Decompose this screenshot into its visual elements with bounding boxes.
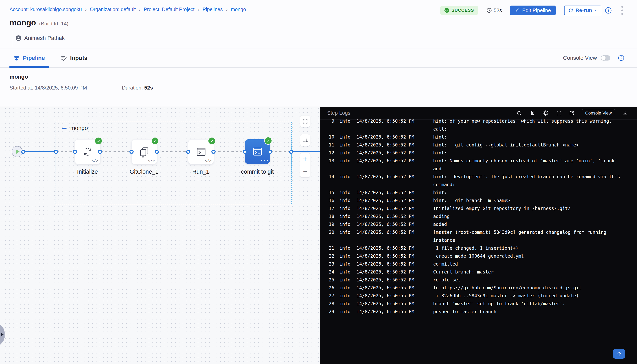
- git-remote-link[interactable]: https://github.com/Sonichigo/economy-dis…: [442, 285, 582, 290]
- log-ts: 14/8/2025, 6:50:52 PM: [356, 196, 428, 204]
- log-line: 25info14/8/2025, 6:50:52 PMremote set: [326, 276, 626, 284]
- log-ln: 28: [326, 300, 334, 308]
- canvas-fullscreen-button[interactable]: [300, 116, 310, 127]
- status-badge: SUCCESS: [440, 6, 478, 15]
- step-label-run: Run_1: [178, 168, 223, 175]
- breadcrumb-pipeline-name[interactable]: mongo: [231, 6, 246, 12]
- log-msg: create mode 100644 generated.yml: [433, 252, 626, 260]
- log-lvl: info: [340, 149, 351, 157]
- scroll-to-top-button[interactable]: [613, 349, 625, 359]
- elapsed-time-value: 52s: [494, 7, 502, 14]
- log-line: 10info14/8/2025, 6:50:52 PMhint:: [326, 133, 626, 141]
- zoom-out-button[interactable]: −: [300, 165, 310, 178]
- log-lvl: info: [340, 300, 351, 308]
- log-ts: 14/8/2025, 6:50:55 PM: [356, 300, 428, 308]
- success-check-icon: [264, 137, 272, 145]
- log-lvl: info: [340, 244, 351, 252]
- log-ts: 14/8/2025, 6:50:55 PM: [356, 284, 428, 292]
- tab-pipeline[interactable]: Pipeline: [9, 48, 49, 68]
- info-icon[interactable]: [605, 7, 612, 14]
- step-logs-header: Step Logs Console View: [320, 107, 637, 120]
- author-name: Animesh Pathak: [24, 35, 65, 41]
- check-circle-icon: [444, 8, 450, 13]
- console-view-button[interactable]: Console View: [582, 109, 615, 117]
- log-line: 21info14/8/2025, 6:50:52 PM 1 file chang…: [326, 244, 626, 252]
- connector-node: [289, 150, 294, 154]
- run-details: mongo Started at: 14/8/2025, 6:50:09 PM …: [0, 68, 637, 107]
- page-title: mongo: [10, 18, 36, 27]
- log-ts: 14/8/2025, 6:50:52 PM: [356, 228, 428, 244]
- log-ln: 29: [326, 308, 334, 316]
- open-in-new-icon[interactable]: [569, 110, 575, 116]
- log-lvl: info: [340, 228, 351, 244]
- log-line: 14info14/8/2025, 6:50:52 PMhint: 'develo…: [326, 173, 626, 188]
- log-lvl: info: [340, 204, 351, 212]
- author-rule: [13, 31, 13, 47]
- connector-node: [130, 150, 134, 154]
- log-lvl: info: [340, 220, 351, 228]
- log-lvl: info: [340, 252, 351, 260]
- duration: Duration: 52s: [122, 85, 153, 91]
- breadcrumb-pipelines[interactable]: Pipelines: [203, 6, 223, 12]
- title-row: mongo (Build Id: 14): [10, 18, 68, 27]
- step-logs-title: Step Logs: [327, 110, 350, 116]
- rerun-button[interactable]: Re-run: [564, 6, 601, 15]
- console-view-control: Console View: [563, 55, 624, 61]
- breadcrumb-project[interactable]: Project: Default Project: [144, 6, 194, 12]
- status-badge-label: SUCCESS: [452, 8, 474, 13]
- refresh-icon: [568, 8, 574, 13]
- breadcrumb-separator: ›: [139, 6, 140, 12]
- breadcrumb-organization[interactable]: Organization: default: [90, 6, 136, 12]
- console-view-info-icon[interactable]: [618, 55, 624, 61]
- app-window: Account: kurosakiichigo.songoku › Organi…: [0, 0, 637, 364]
- settings-icon[interactable]: [542, 110, 549, 116]
- log-ln: 10: [326, 133, 334, 141]
- code-icon: </>: [261, 158, 268, 162]
- log-line: 22info14/8/2025, 6:50:52 PM create mode …: [326, 252, 626, 260]
- log-msg: hint: 'development'. The just-created br…: [433, 173, 626, 188]
- download-icon[interactable]: [622, 110, 628, 116]
- copy-icon[interactable]: [529, 110, 535, 116]
- step-node-initialize[interactable]: </>: [75, 139, 100, 164]
- collapse-icon[interactable]: [62, 128, 67, 128]
- step-node-commit-to-git[interactable]: </>: [245, 139, 270, 164]
- breadcrumb-separator: ›: [226, 6, 228, 12]
- log-line: 17info14/8/2025, 6:50:52 PMInitialized e…: [326, 204, 626, 212]
- breadcrumb-account[interactable]: Account: kurosakiichigo.songoku: [10, 6, 82, 12]
- stage-group-header: mongo: [62, 125, 88, 132]
- canvas-fit-view-button[interactable]: [300, 134, 310, 146]
- edit-pipeline-button[interactable]: Edit Pipeline: [510, 6, 556, 15]
- edge-end: [290, 151, 320, 152]
- log-ts: 14/8/2025, 6:50:55 PM: [356, 292, 428, 300]
- log-lvl: info: [340, 133, 351, 141]
- tab-inputs[interactable]: Inputs: [56, 48, 92, 68]
- breadcrumb-separator: ›: [85, 6, 87, 12]
- more-options-icon[interactable]: [620, 5, 624, 16]
- log-content[interactable]: 9info14/8/2025, 6:50:52 PMhint: of your …: [320, 120, 637, 364]
- console-view-toggle[interactable]: [601, 55, 610, 60]
- log-ts: 14/8/2025, 6:50:52 PM: [356, 268, 428, 276]
- left-panel-expander[interactable]: [0, 324, 4, 345]
- log-lvl: info: [340, 173, 351, 188]
- log-lvl: info: [340, 268, 351, 276]
- log-line: 13info14/8/2025, 6:50:52 PMhint: Names c…: [326, 157, 626, 173]
- log-ts: 14/8/2025, 6:50:55 PM: [356, 308, 428, 316]
- zoom-in-button[interactable]: +: [300, 153, 310, 165]
- log-ln: 19: [326, 220, 334, 228]
- step-node-gitclone[interactable]: </>: [132, 139, 157, 164]
- log-lvl: info: [340, 276, 351, 284]
- step-label-initialize: Initialize: [65, 168, 110, 175]
- log-lvl: info: [340, 212, 351, 220]
- search-icon[interactable]: [516, 110, 522, 116]
- pipeline-icon: [14, 55, 20, 61]
- step-node-run[interactable]: </>: [188, 139, 214, 164]
- connector-node: [98, 150, 102, 154]
- success-check-icon: [151, 137, 159, 145]
- tab-bar: Pipeline Inputs Console View: [0, 48, 637, 68]
- log-line: 16info14/8/2025, 6:50:52 PMhint: git bra…: [326, 196, 626, 204]
- fullscreen-icon[interactable]: [556, 110, 562, 116]
- step-logs-toolbar: Console View: [516, 109, 628, 117]
- log-ts: 14/8/2025, 6:50:52 PM: [356, 120, 428, 133]
- log-line: 12info14/8/2025, 6:50:52 PMhint:: [326, 149, 626, 157]
- log-msg: 1 file changed, 1 insertion(+): [433, 244, 626, 252]
